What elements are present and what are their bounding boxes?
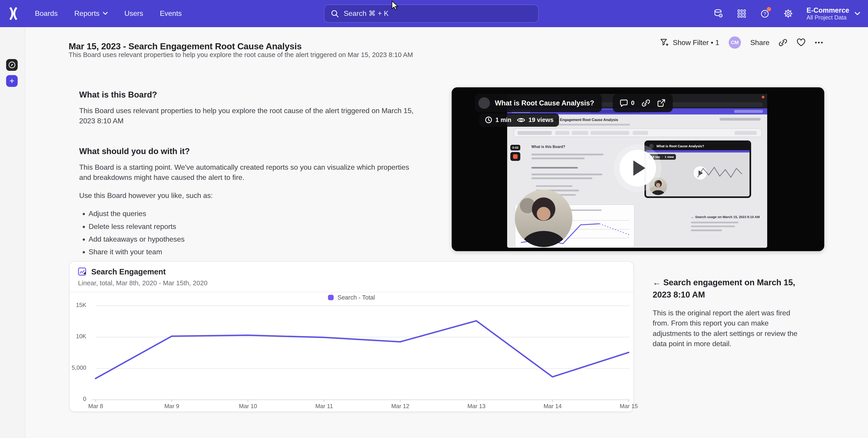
list-item: Add takeaways or hypotheses xyxy=(89,234,420,244)
report-card-search-engagement: Search Engagement Linear, total, Mar 8th… xyxy=(69,261,634,412)
more-options-button[interactable]: ••• xyxy=(815,39,824,46)
link-icon[interactable] xyxy=(642,99,650,107)
mini-section-heading: What is this Board? xyxy=(531,145,565,149)
navbar-right: ? E-Commerce All Pro xyxy=(714,0,860,27)
user-avatar[interactable]: CM xyxy=(729,36,741,48)
video-stats: 1 min 19 views xyxy=(479,113,559,127)
suggestions-list: Adjust the queries Delete less relevant … xyxy=(79,209,420,257)
video-player[interactable]: Search Engagement Root Cause Analysis Wh… xyxy=(452,87,824,251)
heart-icon xyxy=(797,38,805,47)
play-button[interactable] xyxy=(620,150,656,186)
mini-note-heading: ← Search usage on March 15, 2023 8:10 AM xyxy=(691,215,760,219)
x-axis-label: Mar 9 xyxy=(150,403,194,409)
link-icon xyxy=(779,38,787,47)
nested-video-title: What is Root Cause Analysis? xyxy=(656,144,704,148)
recording-dot xyxy=(762,96,765,98)
list-item: Adjust the queries xyxy=(89,209,420,219)
annotation-heading: ← Search engagement on March 15, 2023 8:… xyxy=(653,276,803,301)
x-axis-label: Mar 11 xyxy=(302,403,346,409)
section-heading: What is this Board? xyxy=(79,90,420,100)
video-views: 19 views xyxy=(528,116,554,124)
presenter-webcam xyxy=(515,190,572,247)
copy-link-button[interactable] xyxy=(779,38,787,47)
list-item: Delete less relevant reports xyxy=(89,222,420,232)
mini-date-toolbar xyxy=(514,128,762,137)
section-body: This Board is a starting point. We've au… xyxy=(79,162,420,182)
screen-recorder-widget: 0:02 xyxy=(510,145,520,161)
show-filter-label: Show Filter • 1 xyxy=(673,38,719,47)
search-icon xyxy=(331,10,339,18)
x-axis-label: Mar 15 xyxy=(607,403,651,409)
board-title[interactable]: Mar 15, 2023 - Search Engagement Root Ca… xyxy=(69,41,302,52)
y-axis-label: 0 xyxy=(69,396,86,402)
search-input[interactable]: Search ⌘ + K xyxy=(324,4,539,23)
x-axis-label: Mar 10 xyxy=(226,403,270,409)
nav-item-reports[interactable]: Reports xyxy=(74,9,108,18)
boards-home-button[interactable] xyxy=(6,59,18,71)
nav-item-events[interactable]: Events xyxy=(160,9,182,18)
show-filter-button[interactable]: Show Filter • 1 xyxy=(660,38,719,47)
favorite-button[interactable] xyxy=(797,38,805,47)
help-icon[interactable]: ? xyxy=(760,9,770,19)
mouse-cursor xyxy=(392,0,399,11)
recorder-time: 0:02 xyxy=(510,145,520,150)
svg-text:?: ? xyxy=(763,11,766,16)
y-axis-label: 5,000 xyxy=(69,365,86,371)
y-axis-label: 15K xyxy=(69,302,86,308)
video-duration: 1 min xyxy=(495,116,511,124)
section-heading: What should you do with it? xyxy=(79,146,420,156)
project-selector[interactable]: E-Commerce All Project Data xyxy=(807,6,860,21)
primary-nav: Boards Reports Users Events xyxy=(35,0,182,27)
external-link-icon[interactable] xyxy=(657,99,665,107)
video-title: What is Root Cause Analysis? xyxy=(495,99,594,107)
chevron-down-icon xyxy=(855,11,860,16)
nested-webcam xyxy=(649,177,667,195)
list-item: Share it with your team xyxy=(89,247,420,257)
x-axis-label: Mar 8 xyxy=(73,403,118,409)
mixpanel-logo-icon xyxy=(7,7,20,20)
annotation-body: This is the original report the alert wa… xyxy=(653,308,803,349)
filter-plus-icon xyxy=(660,38,669,47)
notification-dot xyxy=(767,7,771,11)
mixpanel-logo[interactable] xyxy=(7,7,20,20)
apps-grid-icon[interactable] xyxy=(737,9,747,19)
x-axis-label: Mar 14 xyxy=(530,403,575,409)
compass-icon xyxy=(8,61,16,69)
clock-icon xyxy=(485,116,492,124)
record-stop-icon xyxy=(510,152,520,161)
data-management-icon[interactable] xyxy=(714,9,723,19)
left-rail: + xyxy=(0,27,25,438)
y-axis-label: 10K xyxy=(69,333,86,340)
create-new-button[interactable]: + xyxy=(6,75,18,87)
nav-item-boards[interactable]: Boards xyxy=(35,9,58,18)
comment-count: 0 xyxy=(631,100,634,107)
presenter-avatar xyxy=(478,97,490,109)
share-button[interactable]: Share xyxy=(750,38,770,47)
video-title-bar[interactable]: What is Root Cause Analysis? xyxy=(475,94,602,112)
project-name: E-Commerce xyxy=(807,6,849,14)
chevron-down-icon xyxy=(103,11,108,15)
x-axis-label: Mar 12 xyxy=(378,403,423,409)
video-actions: 0 xyxy=(613,94,673,112)
project-scope: All Project Data xyxy=(807,14,847,21)
app: Boards Reports Users Events Search ⌘ + K xyxy=(0,0,868,438)
board-text-card: What is this Board? This Board uses rele… xyxy=(79,90,420,260)
board-subtitle: This Board uses relevant properties to h… xyxy=(69,51,413,59)
board-controls: Show Filter • 1 CM Share ••• xyxy=(660,36,824,48)
list-intro: Use this Board however you like, such as… xyxy=(79,191,420,201)
annotation-card: ← Search engagement on March 15, 2023 8:… xyxy=(653,276,803,349)
settings-gear-icon[interactable] xyxy=(783,9,793,19)
plus-icon: + xyxy=(9,77,14,85)
line-chart[interactable] xyxy=(69,262,634,412)
eye-icon xyxy=(517,117,525,123)
nav-item-users[interactable]: Users xyxy=(124,9,143,18)
comment-icon[interactable] xyxy=(620,99,628,107)
top-navbar: Boards Reports Users Events Search ⌘ + K xyxy=(0,0,868,27)
section-body: This Board uses relevant properties to h… xyxy=(79,106,420,126)
nested-video-frame: What is Root Cause Analysis? 18 sec · 1 … xyxy=(645,140,751,198)
search-placeholder: Search ⌘ + K xyxy=(344,9,389,18)
x-axis-label: Mar 13 xyxy=(455,403,499,409)
